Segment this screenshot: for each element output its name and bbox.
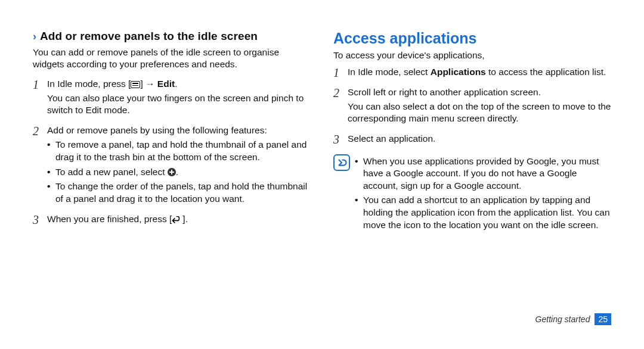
step-text: Add or remove panels by using the follow… xyxy=(47,124,311,137)
footer-page-number: 25 xyxy=(595,313,611,325)
step-text: When you are finished, press [ xyxy=(47,214,172,224)
left-intro: You can add or remove panels of the idle… xyxy=(33,46,311,71)
left-step-3: 3 When you are finished, press []. xyxy=(33,213,311,229)
bullet-add-panel: To add a new panel, select . xyxy=(47,166,311,179)
note-box: When you use applications provided by Go… xyxy=(333,153,611,234)
step-text: . xyxy=(175,79,177,89)
plus-icon xyxy=(168,168,176,176)
step-number: 3 xyxy=(333,133,348,146)
step-text: to access the application list. xyxy=(486,67,606,77)
step-text: ] → xyxy=(140,79,157,89)
bullet-remove-panel: To remove a panel, tap and hold the thum… xyxy=(47,139,311,163)
left-step-2: 2 Add or remove panels by using the foll… xyxy=(33,124,311,208)
step-number: 2 xyxy=(33,124,47,138)
note-bullet-shortcut: You can add a shortcut to an application… xyxy=(355,194,611,231)
step-number: 2 xyxy=(333,86,348,99)
step-text: You can also select a dot on the top of … xyxy=(348,101,611,125)
step-text: You can also place your two fingers on t… xyxy=(47,92,311,117)
step-number: 3 xyxy=(33,213,47,226)
note-bullet-google: When you use applications provided by Go… xyxy=(355,155,611,192)
edit-bold: Edit xyxy=(157,79,175,89)
bullet-reorder-panel: To change the order of the panels, tap a… xyxy=(47,180,311,205)
step-number: 1 xyxy=(333,66,348,79)
note-icon xyxy=(333,154,350,171)
step-text: In Idle mode, press [ xyxy=(47,79,131,89)
back-icon xyxy=(172,214,182,227)
page-footer: Getting started 25 xyxy=(33,313,611,325)
step-text: Select an application. xyxy=(348,133,611,145)
step-text: In Idle mode, select xyxy=(348,67,431,77)
menu-icon xyxy=(131,81,140,88)
right-step-3: 3 Select an application. xyxy=(333,133,611,147)
applications-bold: Applications xyxy=(431,67,486,77)
left-subheading: › Add or remove panels to the idle scree… xyxy=(33,30,311,43)
footer-section: Getting started xyxy=(535,314,590,324)
right-step-2: 2 Scroll left or right to another applic… xyxy=(333,86,611,127)
step-text: ]. xyxy=(182,214,188,224)
step-number: 1 xyxy=(33,78,47,91)
left-subheading-text: Add or remove panels to the idle screen xyxy=(40,30,258,43)
right-step-1: 1 In Idle mode, select Applications to a… xyxy=(333,66,611,80)
bullet-text: To add a new panel, select xyxy=(55,167,168,177)
right-intro: To access your device's applications, xyxy=(333,49,611,61)
chevron-icon: › xyxy=(33,30,36,43)
step-text: Scroll left or right to another applicat… xyxy=(348,86,611,99)
bullet-text: . xyxy=(176,167,178,177)
right-heading: Access applications xyxy=(333,30,611,47)
left-step-1: 1 In Idle mode, press [] → Edit. You can… xyxy=(33,78,311,119)
